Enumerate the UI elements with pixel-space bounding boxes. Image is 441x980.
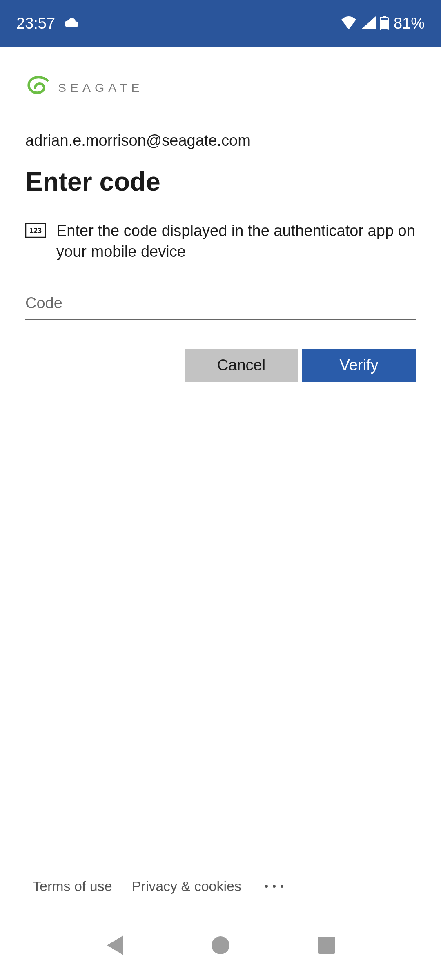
svg-rect-2: [381, 20, 388, 29]
verify-button[interactable]: Verify: [302, 349, 416, 382]
svg-text:123: 123: [29, 227, 42, 235]
back-button[interactable]: [102, 933, 127, 958]
status-bar: 23:57 81%: [0, 0, 441, 47]
wifi-icon: [341, 16, 357, 31]
status-left: 23:57: [16, 15, 79, 32]
instruction-text: Enter the code displayed in the authenti…: [56, 220, 416, 263]
recent-apps-button[interactable]: [314, 933, 339, 958]
page-title: Enter code: [25, 167, 416, 197]
code-123-icon: 123: [25, 223, 46, 263]
android-nav-bar: [0, 911, 441, 980]
svg-point-5: [212, 936, 229, 954]
svg-rect-6: [318, 937, 335, 954]
brand-name: SEAGATE: [58, 81, 143, 95]
seagate-spiral-icon: [25, 76, 51, 100]
privacy-link[interactable]: Privacy & cookies: [132, 878, 241, 894]
battery-percentage: 81%: [394, 15, 425, 32]
brand-logo: SEAGATE: [25, 76, 416, 100]
code-input[interactable]: [25, 291, 416, 320]
signal-icon: [361, 16, 376, 31]
main-content: SEAGATE adrian.e.morrison@seagate.com En…: [0, 47, 441, 382]
instruction-row: 123 Enter the code displayed in the auth…: [25, 220, 416, 263]
cloud-icon: [64, 18, 79, 30]
user-email: adrian.e.morrison@seagate.com: [25, 132, 416, 149]
cancel-button[interactable]: Cancel: [185, 349, 298, 382]
more-options-button[interactable]: [265, 885, 283, 888]
battery-icon: [380, 16, 389, 32]
home-button[interactable]: [208, 933, 233, 958]
status-right: 81%: [341, 15, 425, 32]
footer: Terms of use Privacy & cookies: [0, 878, 441, 894]
button-row: Cancel Verify: [25, 349, 416, 382]
terms-link[interactable]: Terms of use: [33, 878, 112, 894]
status-time: 23:57: [16, 15, 55, 32]
